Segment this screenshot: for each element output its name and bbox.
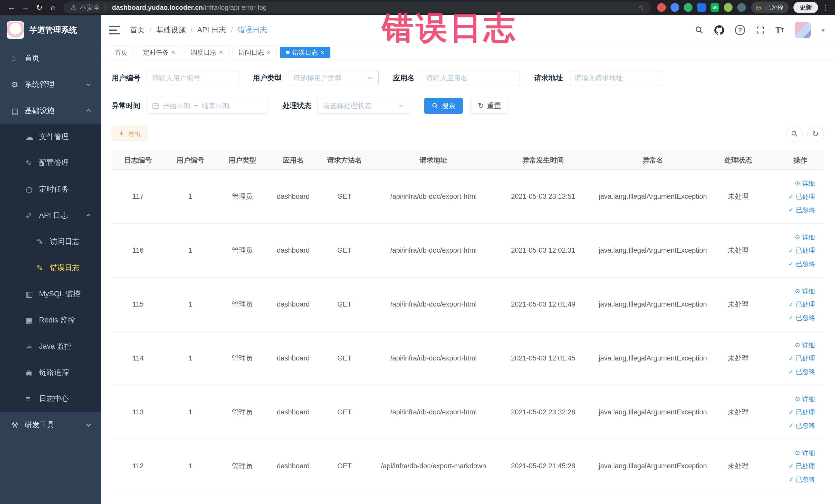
help-icon[interactable]: ? [735,25,745,35]
sidebar-item-error-log[interactable]: ✎ 错误日志 [0,255,101,281]
tab-access-log[interactable]: 访问日志 × [232,47,277,58]
app-name-input[interactable]: 请输入应用名 [421,70,520,86]
process-status-select[interactable]: 请选择处理状态 [318,98,410,114]
search-toggle-button[interactable] [786,125,803,142]
search-button[interactable]: 搜索 [424,98,463,114]
sidebar-item-trace[interactable]: ◉ 链路追踪 [0,360,101,386]
breadcrumb-api-log[interactable]: API 日志 [197,25,226,35]
detail-link[interactable]: ⊙详细 [795,179,815,188]
check-icon: ✓ [789,194,794,200]
log-id-cell: 114 [111,353,164,363]
security-warning-icon[interactable]: ⚠ [70,4,76,12]
github-icon[interactable] [714,25,724,35]
ignored-link[interactable]: ✓已忽略 [789,259,815,268]
user-id-input[interactable]: 请输入用户编号 [147,70,239,86]
extension-icon-1[interactable] [657,3,666,12]
tab-scheduled-task[interactable]: 定时任务 × [137,47,181,58]
user-type-select[interactable]: 请选择用户类型 [288,70,379,86]
extension-icon-on[interactable]: on [711,3,719,12]
extension-icon-6[interactable] [724,3,733,12]
extension-icon-3[interactable] [684,3,693,12]
status-cell: 未处理 [715,191,761,202]
refresh-button[interactable]: ↻ [807,125,824,142]
request-url-cell: /api/infra/db-doc/export-html [371,353,496,363]
forward-icon[interactable]: → [19,1,32,14]
browser-home-icon[interactable]: ⌂ [46,1,60,14]
collapse-menu-icon[interactable] [109,26,120,35]
export-button[interactable]: 导出 [111,126,147,141]
sidebar-menu: ⌂ 首页 ⚙ 系统管理 ▤ 基础设施 ☁ 文件管理 ✎ 配置管理 [0,45,101,438]
detail-link[interactable]: ⊙详细 [795,395,815,404]
table-row: 1131管理员dashboardGET/api/infra/db-doc/exp… [111,385,824,439]
sidebar-item-system-manage[interactable]: ⚙ 系统管理 [0,72,101,98]
detail-link[interactable]: ⊙详细 [795,286,815,296]
sidebar-item-redis-monitor[interactable]: ▦ Redis 监控 [0,307,101,333]
breadcrumb-infrastructure[interactable]: 基础设施 [156,25,186,35]
sidebar-item-home[interactable]: ⌂ 首页 [0,45,101,72]
search-icon[interactable] [695,26,704,35]
processed-link[interactable]: ✓已处理 [789,246,815,255]
ignored-link[interactable]: ✓已忽略 [789,421,815,430]
ignored-link-label: 已忽略 [796,421,815,430]
sidebar-item-infrastructure[interactable]: ▤ 基础设施 [0,98,101,124]
processed-link[interactable]: ✓已处理 [789,407,815,417]
processed-link[interactable]: ✓已处理 [789,192,815,201]
url-bar[interactable]: ⚠ 不安全 dashboard.yudao.iocoder.cn/infra/l… [64,2,651,13]
bookmark-star-icon[interactable]: ☆ [638,3,644,12]
exception-name-cell: java.lang.IllegalArgumentException [590,407,715,417]
tab-error-log[interactable]: 错误日志 × [280,47,330,58]
fullscreen-icon[interactable] [756,26,765,35]
font-size-icon[interactable]: TT [775,25,784,35]
close-icon[interactable]: × [219,49,223,56]
exception-time-cell: 2021-05-03 12:01:49 [496,299,590,309]
browser-menu-icon[interactable]: ⋮ [820,3,830,12]
sidebar-item-file-manage[interactable]: ☁ 文件管理 [0,124,101,150]
sidebar-item-log-center[interactable]: ≡ 日志中心 [0,386,101,412]
start-date-placeholder: 开始日期 [163,101,190,110]
app-name-cell: dashboard [268,191,318,202]
profile-chip[interactable]: ☺ 已暂停 [751,2,789,13]
app-logo[interactable]: 芋道管理系统 [0,15,101,45]
detail-link[interactable]: ⊙详细 [795,340,815,350]
sidebar-item-api-log[interactable]: ✐ API 日志 [0,202,101,228]
sidebar-item-access-log[interactable]: ✎ 访问日志 [0,228,101,255]
browser-update-button[interactable]: 更新 [793,2,818,13]
log-id-cell: 117 [111,191,164,202]
close-icon[interactable]: × [320,49,324,56]
close-icon[interactable]: × [171,49,175,56]
exception-time-range-input[interactable]: 开始日期 ~ 结束日期 [147,98,268,114]
exception-time-cell: 2021-05-03 12:01:45 [496,353,590,363]
exception-name-cell: java.lang.IllegalArgumentException [590,353,715,363]
sidebar-item-label: API 日志 [39,210,68,221]
caret-down-icon[interactable]: ▾ [821,26,825,34]
breadcrumb-home[interactable]: 首页 [130,25,145,35]
back-icon[interactable]: ← [5,1,19,14]
sidebar-item-dev-tools[interactable]: ⚒ 研发工具 [0,412,101,438]
sidebar-item-java-monitor[interactable]: ☕ Java 监控 [0,333,101,360]
reset-button[interactable]: ↻ 重置 [470,98,508,114]
ignored-link[interactable]: ✓已忽略 [789,313,815,322]
extension-icon-2[interactable] [670,3,679,12]
request-url-input[interactable]: 请输入请求地址 [569,70,663,86]
ignored-link[interactable]: ✓已忽略 [789,205,815,215]
reload-icon[interactable]: ↻ [32,1,46,14]
processed-link[interactable]: ✓已处理 [789,354,815,363]
ignored-link[interactable]: ✓已忽略 [789,367,815,376]
exception-name-cell: java.lang.IllegalArgumentException [590,245,715,256]
sidebar-item-config-manage[interactable]: ✎ 配置管理 [0,150,101,176]
sidebar-item-scheduled-task[interactable]: ◷ 定时任务 [0,176,101,202]
tab-dispatch-log[interactable]: 调度日志 × [185,47,229,58]
processed-link[interactable]: ✓已处理 [789,300,815,309]
extension-icon-4[interactable] [697,3,706,12]
sidebar-item-label: 日志中心 [39,394,69,404]
close-icon[interactable]: × [267,49,271,56]
request-url-cell: /api/infra/db-doc/export-html [371,191,496,202]
detail-link[interactable]: ⊙详细 [795,233,815,242]
user-avatar[interactable] [795,22,811,38]
ignored-link[interactable]: ✓已忽略 [789,475,815,484]
detail-link[interactable]: ⊙详细 [795,448,815,458]
processed-link[interactable]: ✓已处理 [789,461,815,471]
tab-home[interactable]: 首页 [109,47,134,58]
sidebar-item-mysql-monitor[interactable]: ▥ MySQL 监控 [0,281,101,307]
extension-icon-7[interactable] [737,3,746,12]
